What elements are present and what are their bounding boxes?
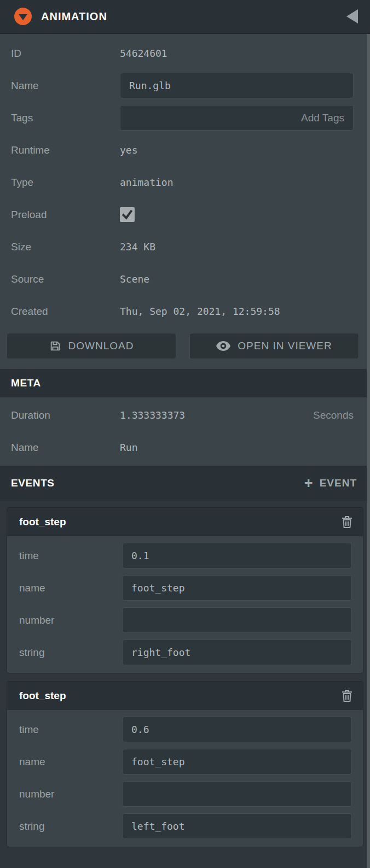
duration-value: 1.333333373 xyxy=(120,409,185,421)
id-label: ID xyxy=(11,48,120,60)
panel-title: ANIMATION xyxy=(41,10,346,23)
animation-asset-icon xyxy=(14,8,32,25)
download-button-label: DOWNLOAD xyxy=(68,340,134,352)
event-card-header[interactable]: foot_step xyxy=(7,508,363,536)
size-value: 234 KB xyxy=(120,241,155,253)
event-card-body: time name number string xyxy=(7,536,363,673)
meta-name-value: Run xyxy=(120,442,138,453)
event-time-label: time xyxy=(19,724,122,736)
triangle-down-icon xyxy=(19,14,27,20)
event-string-label: string xyxy=(19,820,122,832)
event-field-row: number xyxy=(7,778,363,810)
runtime-label: Runtime xyxy=(11,144,120,156)
event-card-header[interactable]: foot_step xyxy=(7,682,363,710)
tags-input[interactable] xyxy=(120,105,354,131)
tags-label: Tags xyxy=(11,112,120,124)
info-row-source: Source Scene xyxy=(0,263,370,295)
meta-section-header[interactable]: META xyxy=(0,369,370,397)
event-field-row: time xyxy=(7,539,363,572)
events-section-title: EVENTS xyxy=(11,477,55,489)
asset-action-buttons: DOWNLOAD OPEN IN VIEWER xyxy=(0,327,370,369)
event-name-input[interactable] xyxy=(122,749,352,775)
checkmark-icon xyxy=(122,209,133,220)
name-input[interactable] xyxy=(120,73,354,98)
info-row-type: Type animation xyxy=(0,166,370,198)
info-row-size: Size 234 KB xyxy=(0,231,370,263)
meta-section-body: Duration 1.333333373 Seconds Name Run xyxy=(0,397,370,466)
trash-icon xyxy=(341,689,353,702)
trash-icon xyxy=(341,515,353,529)
event-field-row: string xyxy=(7,636,363,668)
event-number-label: number xyxy=(19,614,122,626)
preload-checkbox[interactable] xyxy=(120,207,135,222)
event-name-label: name xyxy=(19,582,122,594)
type-label: Type xyxy=(11,177,120,189)
event-name-label: name xyxy=(19,756,122,768)
name-label: Name xyxy=(11,80,120,92)
save-icon xyxy=(49,340,61,352)
delete-event-button[interactable] xyxy=(341,515,353,529)
info-row-created: Created Thu, Sep 02, 2021, 12:59:58 xyxy=(0,295,370,327)
open-in-viewer-button-label: OPEN IN VIEWER xyxy=(238,340,332,352)
event-field-row: name xyxy=(7,572,363,604)
size-label: Size xyxy=(11,241,120,253)
animation-panel-header: ANIMATION xyxy=(0,0,370,34)
event-card: foot_step time name number xyxy=(7,681,363,847)
meta-row-duration: Duration 1.333333373 Seconds xyxy=(0,399,370,431)
meta-row-name: Name Run xyxy=(0,431,370,464)
event-name-input[interactable] xyxy=(122,575,352,601)
created-value: Thu, Sep 02, 2021, 12:59:58 xyxy=(120,306,280,317)
asset-info-section: ID 54624601 Name Tags Add Tags Runtime y… xyxy=(0,34,370,369)
event-time-label: time xyxy=(19,550,122,562)
event-string-input[interactable] xyxy=(122,813,352,839)
scrollbar[interactable] xyxy=(367,34,370,868)
source-label: Source xyxy=(11,273,120,285)
info-row-runtime: Runtime yes xyxy=(0,134,370,166)
duration-unit: Seconds xyxy=(313,409,354,421)
add-event-button-label: EVENT xyxy=(320,477,357,489)
runtime-value: yes xyxy=(120,144,138,156)
event-field-row: time xyxy=(7,713,363,746)
info-row-name: Name xyxy=(0,69,370,102)
preload-label: Preload xyxy=(11,209,120,221)
meta-name-label: Name xyxy=(11,442,120,454)
plus-icon: + xyxy=(304,476,314,491)
collapse-left-icon[interactable] xyxy=(346,9,358,24)
events-section-header[interactable]: EVENTS + EVENT xyxy=(0,466,370,501)
delete-event-button[interactable] xyxy=(341,689,353,702)
event-string-input[interactable] xyxy=(122,640,352,665)
source-value: Scene xyxy=(120,273,149,285)
created-label: Created xyxy=(11,306,120,318)
event-number-input[interactable] xyxy=(122,607,352,633)
add-event-button[interactable]: + EVENT xyxy=(304,476,357,491)
event-time-input[interactable] xyxy=(122,717,352,742)
event-card: foot_step time name number xyxy=(7,507,363,673)
event-field-row: number xyxy=(7,604,363,636)
event-field-row: name xyxy=(7,746,363,778)
type-value: animation xyxy=(120,177,174,188)
event-time-input[interactable] xyxy=(122,543,352,568)
event-title: foot_step xyxy=(19,516,66,528)
event-field-row: string xyxy=(7,810,363,842)
info-row-id: ID 54624601 xyxy=(0,37,370,69)
event-number-input[interactable] xyxy=(122,781,352,807)
info-row-preload: Preload xyxy=(0,198,370,231)
download-button[interactable]: DOWNLOAD xyxy=(7,333,176,359)
events-list: foot_step time name number xyxy=(0,501,370,847)
id-value: 54624601 xyxy=(120,48,167,59)
event-number-label: number xyxy=(19,788,122,800)
event-string-label: string xyxy=(19,647,122,659)
event-title: foot_step xyxy=(19,690,66,702)
event-card-body: time name number string xyxy=(7,710,363,847)
info-row-tags: Tags Add Tags xyxy=(0,102,370,134)
duration-label: Duration xyxy=(11,409,120,421)
eye-icon xyxy=(216,341,230,351)
open-in-viewer-button[interactable]: OPEN IN VIEWER xyxy=(189,333,359,359)
meta-section-title: META xyxy=(11,377,41,389)
